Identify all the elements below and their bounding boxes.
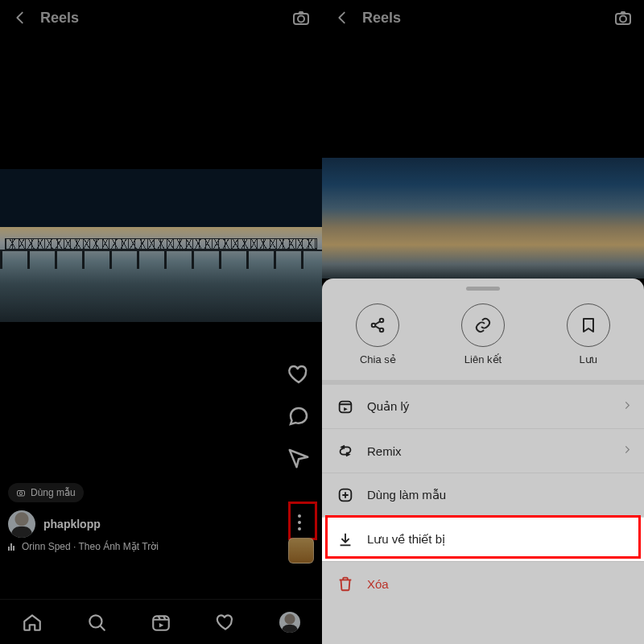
nav-activity-icon[interactable] (215, 612, 236, 633)
comment-icon[interactable] (287, 404, 311, 428)
svg-rect-11 (340, 402, 352, 413)
share-button[interactable]: Chia sẻ (333, 303, 422, 365)
right-screenshot: Reels Chia sẻ Liên kết Lư (322, 0, 644, 644)
author-row[interactable]: phapklopp (8, 510, 101, 538)
nav-profile-avatar[interactable] (279, 612, 300, 633)
more-button[interactable] (282, 505, 317, 540)
svg-rect-5 (153, 616, 169, 630)
link-icon (473, 316, 493, 335)
audio-row[interactable]: Orinn Sped · Theo Ánh Mặt Trời (8, 541, 159, 552)
page-title: Reels (40, 10, 79, 27)
bridge-graphic (0, 246, 322, 272)
menu-use-template-label: Dùng làm mẫu (367, 488, 446, 502)
svg-point-1 (298, 16, 304, 23)
chevron-right-icon (621, 444, 633, 458)
svg-point-10 (380, 328, 384, 332)
save-button[interactable]: Lưu (544, 303, 633, 365)
author-avatar[interactable] (8, 510, 35, 538)
author-username: phapklopp (43, 518, 101, 530)
page-title: Reels (362, 10, 401, 27)
menu-delete[interactable]: Xóa (322, 561, 644, 605)
camera-icon[interactable] (613, 8, 633, 27)
plus-square-icon (336, 486, 354, 504)
camera-icon[interactable] (291, 8, 311, 27)
send-icon[interactable] (287, 446, 311, 470)
menu-save-to-device[interactable]: Lưu về thiết bị (322, 517, 644, 561)
sheet-menu: Quản lý Remix Dùng làm mẫu Lưu về thiết … (322, 385, 644, 605)
bookmark-icon (579, 316, 598, 335)
menu-use-template[interactable]: Dùng làm mẫu (322, 473, 644, 517)
link-label: Liên kết (464, 353, 502, 365)
use-template-pill[interactable]: Dùng mẫu (8, 483, 84, 502)
back-icon[interactable] (333, 9, 351, 27)
share-label: Chia sẻ (360, 353, 396, 365)
svg-point-9 (372, 324, 376, 328)
save-label: Lưu (579, 353, 597, 365)
svg-rect-2 (18, 491, 25, 497)
options-bottom-sheet: Chia sẻ Liên kết Lưu Quản lý (322, 279, 644, 644)
download-icon (336, 530, 354, 548)
nav-search-icon[interactable] (86, 612, 107, 633)
menu-manage-label: Quản lý (367, 399, 409, 414)
nav-reels-icon[interactable] (151, 612, 171, 633)
menu-save-to-device-label: Lưu về thiết bị (367, 532, 445, 547)
svg-point-7 (620, 16, 626, 23)
reel-action-column (287, 362, 311, 470)
right-topbar: Reels (322, 0, 644, 35)
use-template-label: Dùng mẫu (31, 487, 76, 498)
menu-manage[interactable]: Quản lý (322, 385, 644, 428)
camera-mini-icon (16, 488, 26, 497)
reel-video-right[interactable] (322, 158, 644, 279)
kebab-icon (298, 514, 301, 530)
menu-remix[interactable]: Remix (322, 428, 644, 473)
back-icon[interactable] (11, 9, 29, 27)
trash-icon (336, 575, 354, 592)
menu-remix-label: Remix (367, 444, 402, 458)
svg-point-3 (19, 492, 23, 495)
audio-cover-tile[interactable] (288, 538, 314, 564)
left-screenshot: Reels Dùng mẫu (0, 0, 322, 644)
sheet-drag-handle[interactable] (466, 287, 500, 291)
left-topbar: Reels (0, 0, 322, 35)
share-icon (368, 316, 387, 335)
manage-icon (336, 398, 354, 415)
link-button[interactable]: Liên kết (439, 303, 527, 365)
remix-icon (336, 442, 354, 460)
reel-video-left[interactable] (0, 169, 322, 322)
like-icon[interactable] (287, 362, 311, 386)
svg-point-8 (380, 319, 384, 323)
audio-bars-icon (8, 543, 16, 551)
svg-point-4 (89, 615, 101, 627)
sheet-top-actions: Chia sẻ Liên kết Lưu (322, 295, 644, 380)
audio-label: Orinn Sped · Theo Ánh Mặt Trời (22, 541, 159, 552)
menu-delete-label: Xóa (367, 577, 389, 591)
nav-home-icon[interactable] (22, 612, 43, 633)
bottom-nav (0, 599, 322, 644)
chevron-right-icon (621, 400, 633, 414)
